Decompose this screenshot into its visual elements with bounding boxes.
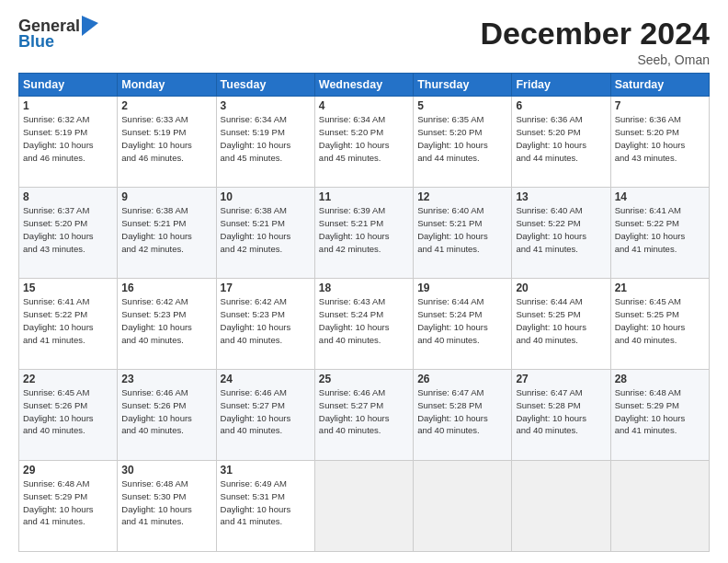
day-info: Sunrise: 6:46 AM Sunset: 5:27 PM Dayligh… (221, 386, 311, 437)
calendar-cell: 28Sunrise: 6:48 AM Sunset: 5:29 PM Dayli… (610, 370, 709, 461)
day-info: Sunrise: 6:44 AM Sunset: 5:24 PM Dayligh… (417, 295, 507, 346)
subtitle: Seeb, Oman (480, 52, 710, 67)
calendar-cell: 20Sunrise: 6:44 AM Sunset: 5:25 PM Dayli… (512, 279, 610, 370)
day-info: Sunrise: 6:48 AM Sunset: 5:30 PM Dayligh… (121, 477, 211, 528)
calendar-week-5: 29Sunrise: 6:48 AM Sunset: 5:29 PM Dayli… (19, 461, 710, 552)
calendar-week-4: 22Sunrise: 6:45 AM Sunset: 5:26 PM Dayli… (19, 370, 710, 461)
calendar-header-row: SundayMondayTuesdayWednesdayThursdayFrid… (19, 74, 710, 97)
calendar-cell (414, 461, 512, 552)
calendar-cell (610, 461, 709, 552)
day-info: Sunrise: 6:34 AM Sunset: 5:20 PM Dayligh… (319, 113, 409, 164)
header: General Blue December 2024 Seeb, Oman (18, 17, 710, 67)
month-title: December 2024 (480, 17, 710, 51)
day-info: Sunrise: 6:41 AM Sunset: 5:22 PM Dayligh… (615, 204, 705, 255)
day-info: Sunrise: 6:37 AM Sunset: 5:20 PM Dayligh… (23, 204, 113, 255)
calendar-cell: 17Sunrise: 6:42 AM Sunset: 5:23 PM Dayli… (216, 279, 314, 370)
day-number: 31 (221, 464, 311, 477)
calendar-cell: 30Sunrise: 6:48 AM Sunset: 5:30 PM Dayli… (118, 461, 216, 552)
day-info: Sunrise: 6:45 AM Sunset: 5:25 PM Dayligh… (615, 295, 705, 346)
day-info: Sunrise: 6:48 AM Sunset: 5:29 PM Dayligh… (23, 477, 113, 528)
calendar-header-saturday: Saturday (610, 74, 709, 97)
calendar-cell: 13Sunrise: 6:40 AM Sunset: 5:22 PM Dayli… (512, 188, 610, 279)
calendar-header-thursday: Thursday (414, 74, 512, 97)
day-info: Sunrise: 6:44 AM Sunset: 5:25 PM Dayligh… (516, 295, 606, 346)
calendar-week-2: 8Sunrise: 6:37 AM Sunset: 5:20 PM Daylig… (19, 188, 710, 279)
logo: General Blue (18, 17, 98, 52)
calendar-header-friday: Friday (512, 74, 610, 97)
calendar-cell: 24Sunrise: 6:46 AM Sunset: 5:27 PM Dayli… (216, 370, 314, 461)
calendar-cell: 3Sunrise: 6:34 AM Sunset: 5:19 PM Daylig… (216, 97, 314, 188)
calendar-header-sunday: Sunday (19, 74, 118, 97)
calendar-cell: 7Sunrise: 6:36 AM Sunset: 5:20 PM Daylig… (610, 97, 709, 188)
day-info: Sunrise: 6:41 AM Sunset: 5:22 PM Dayligh… (23, 295, 113, 346)
day-number: 21 (615, 282, 705, 294)
day-info: Sunrise: 6:48 AM Sunset: 5:29 PM Dayligh… (615, 386, 705, 437)
calendar-cell: 29Sunrise: 6:48 AM Sunset: 5:29 PM Dayli… (19, 461, 118, 552)
calendar-cell: 9Sunrise: 6:38 AM Sunset: 5:21 PM Daylig… (118, 188, 216, 279)
day-number: 29 (23, 464, 113, 477)
day-info: Sunrise: 6:46 AM Sunset: 5:26 PM Dayligh… (121, 386, 211, 437)
calendar-cell: 22Sunrise: 6:45 AM Sunset: 5:26 PM Dayli… (19, 370, 118, 461)
calendar-cell: 1Sunrise: 6:32 AM Sunset: 5:19 PM Daylig… (19, 97, 118, 188)
calendar-week-3: 15Sunrise: 6:41 AM Sunset: 5:22 PM Dayli… (19, 279, 710, 370)
day-number: 28 (615, 373, 705, 385)
day-number: 25 (319, 373, 409, 385)
svg-marker-0 (82, 16, 98, 36)
day-number: 2 (121, 99, 211, 112)
calendar-cell: 6Sunrise: 6:36 AM Sunset: 5:20 PM Daylig… (512, 97, 610, 188)
day-info: Sunrise: 6:47 AM Sunset: 5:28 PM Dayligh… (516, 386, 606, 437)
calendar-cell: 16Sunrise: 6:42 AM Sunset: 5:23 PM Dayli… (118, 279, 216, 370)
calendar-cell (512, 461, 610, 552)
day-number: 13 (516, 190, 606, 203)
day-number: 3 (221, 99, 311, 112)
day-info: Sunrise: 6:42 AM Sunset: 5:23 PM Dayligh… (221, 295, 311, 346)
day-info: Sunrise: 6:36 AM Sunset: 5:20 PM Dayligh… (516, 113, 606, 164)
day-info: Sunrise: 6:36 AM Sunset: 5:20 PM Dayligh… (615, 113, 705, 164)
calendar-cell: 27Sunrise: 6:47 AM Sunset: 5:28 PM Dayli… (512, 370, 610, 461)
day-info: Sunrise: 6:38 AM Sunset: 5:21 PM Dayligh… (221, 204, 311, 255)
calendar-cell: 5Sunrise: 6:35 AM Sunset: 5:20 PM Daylig… (414, 97, 512, 188)
day-info: Sunrise: 6:49 AM Sunset: 5:31 PM Dayligh… (221, 477, 311, 528)
day-number: 16 (121, 282, 211, 294)
day-number: 27 (516, 373, 606, 385)
calendar-cell: 21Sunrise: 6:45 AM Sunset: 5:25 PM Dayli… (610, 279, 709, 370)
day-number: 18 (319, 282, 409, 294)
day-number: 5 (417, 99, 507, 112)
calendar-cell: 18Sunrise: 6:43 AM Sunset: 5:24 PM Dayli… (314, 279, 413, 370)
calendar-cell: 11Sunrise: 6:39 AM Sunset: 5:21 PM Dayli… (314, 188, 413, 279)
day-info: Sunrise: 6:34 AM Sunset: 5:19 PM Dayligh… (221, 113, 311, 164)
day-number: 30 (121, 464, 211, 477)
day-info: Sunrise: 6:47 AM Sunset: 5:28 PM Dayligh… (417, 386, 507, 437)
day-number: 19 (417, 282, 507, 294)
day-number: 11 (319, 190, 409, 203)
day-info: Sunrise: 6:43 AM Sunset: 5:24 PM Dayligh… (319, 295, 409, 346)
day-info: Sunrise: 6:46 AM Sunset: 5:27 PM Dayligh… (319, 386, 409, 437)
day-number: 1 (23, 99, 113, 112)
day-number: 6 (516, 99, 606, 112)
calendar-cell (314, 461, 413, 552)
calendar-header-monday: Monday (118, 74, 216, 97)
calendar-cell: 26Sunrise: 6:47 AM Sunset: 5:28 PM Dayli… (414, 370, 512, 461)
calendar-table: SundayMondayTuesdayWednesdayThursdayFrid… (18, 73, 710, 552)
title-block: December 2024 Seeb, Oman (480, 17, 710, 67)
calendar-cell: 2Sunrise: 6:33 AM Sunset: 5:19 PM Daylig… (118, 97, 216, 188)
day-info: Sunrise: 6:39 AM Sunset: 5:21 PM Dayligh… (319, 204, 409, 255)
day-number: 17 (221, 282, 311, 294)
day-info: Sunrise: 6:42 AM Sunset: 5:23 PM Dayligh… (121, 295, 211, 346)
calendar-header-wednesday: Wednesday (314, 74, 413, 97)
calendar-cell: 14Sunrise: 6:41 AM Sunset: 5:22 PM Dayli… (610, 188, 709, 279)
day-number: 23 (121, 373, 211, 385)
calendar-cell: 4Sunrise: 6:34 AM Sunset: 5:20 PM Daylig… (314, 97, 413, 188)
day-number: 9 (121, 190, 211, 203)
day-info: Sunrise: 6:32 AM Sunset: 5:19 PM Dayligh… (23, 113, 113, 164)
calendar-cell: 12Sunrise: 6:40 AM Sunset: 5:21 PM Dayli… (414, 188, 512, 279)
calendar-week-1: 1Sunrise: 6:32 AM Sunset: 5:19 PM Daylig… (19, 97, 710, 188)
page: General Blue December 2024 Seeb, Oman Su… (0, 0, 728, 563)
logo-icon (82, 16, 98, 36)
day-number: 4 (319, 99, 409, 112)
day-info: Sunrise: 6:40 AM Sunset: 5:21 PM Dayligh… (417, 204, 507, 255)
day-info: Sunrise: 6:38 AM Sunset: 5:21 PM Dayligh… (121, 204, 211, 255)
calendar-cell: 23Sunrise: 6:46 AM Sunset: 5:26 PM Dayli… (118, 370, 216, 461)
day-info: Sunrise: 6:45 AM Sunset: 5:26 PM Dayligh… (23, 386, 113, 437)
calendar-cell: 19Sunrise: 6:44 AM Sunset: 5:24 PM Dayli… (414, 279, 512, 370)
